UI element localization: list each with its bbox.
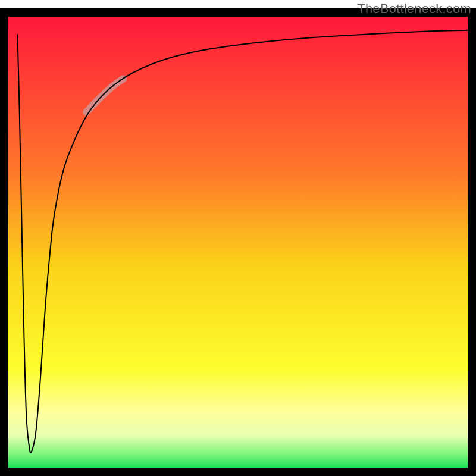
chart-container: TheBottleneck.com [0, 0, 476, 476]
watermark-text: TheBottleneck.com [357, 1, 471, 17]
chart-svg [0, 0, 476, 476]
plot-background [8, 17, 468, 468]
